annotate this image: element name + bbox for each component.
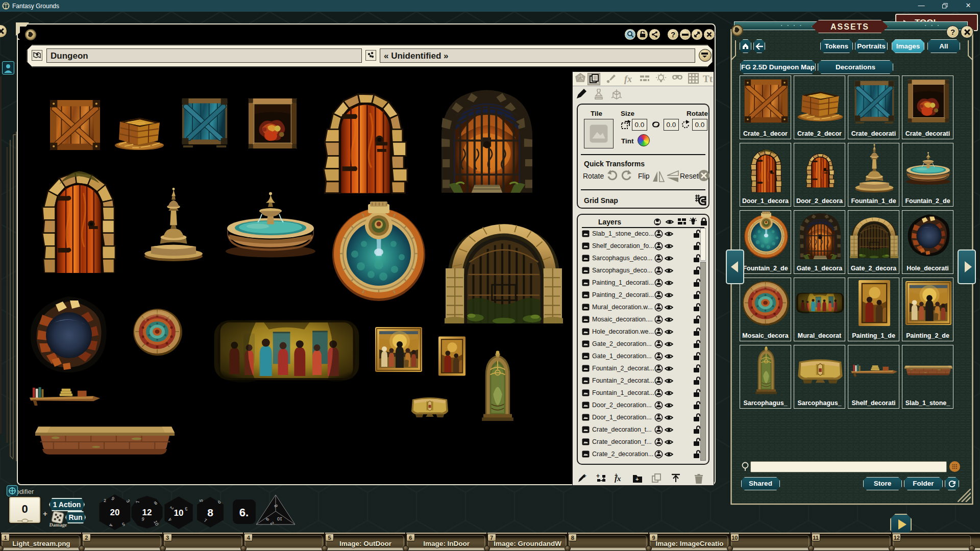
svg-text:+: +: [583, 473, 586, 480]
svg-text:Damage: Damage: [50, 522, 67, 528]
svg-text:+: +: [635, 476, 639, 482]
svg-text:2: 2: [104, 498, 106, 503]
svg-text:7: 7: [135, 500, 140, 504]
svg-text:10: 10: [277, 516, 282, 521]
svg-text:10: 10: [174, 508, 184, 518]
svg-text:6.: 6.: [239, 506, 249, 519]
svg-text:20: 20: [110, 508, 120, 517]
svg-text:+: +: [596, 473, 600, 480]
svg-text:+: +: [615, 473, 618, 478]
svg-text:5: 5: [199, 499, 204, 502]
svg-text:12: 12: [142, 508, 152, 517]
svg-text:8: 8: [207, 507, 213, 518]
